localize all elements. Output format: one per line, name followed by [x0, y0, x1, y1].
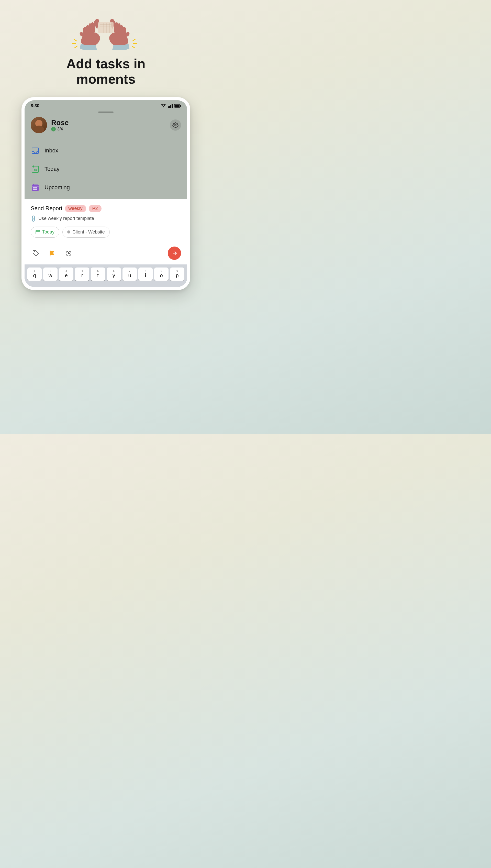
- upcoming-icon: [31, 183, 40, 192]
- project-btn-label: Client - Website: [73, 229, 105, 235]
- alarm-icon: [65, 250, 72, 257]
- profile-tasks-count: 3/4: [57, 127, 63, 132]
- settings-button[interactable]: [170, 119, 181, 131]
- keyboard-row-1: 1 q 2 w 3 e 4 r: [27, 267, 185, 281]
- phone-mockup: 8:30: [22, 97, 190, 290]
- status-time: 8:30: [31, 103, 39, 109]
- flag-button[interactable]: [47, 248, 57, 258]
- key-u[interactable]: 7 u: [122, 267, 137, 281]
- link-icon: 🔗: [29, 214, 37, 223]
- tag-weekly[interactable]: weekly: [65, 205, 86, 212]
- status-icons: [161, 104, 181, 108]
- task-input-section: Send Report weekly P2 🔗 Use weekly repor…: [25, 199, 187, 264]
- key-i[interactable]: 8 i: [138, 267, 153, 281]
- svg-rect-34: [35, 187, 37, 189]
- profile-name: Rose: [51, 119, 68, 127]
- toolbar-icons: [31, 248, 74, 258]
- menu-item-inbox[interactable]: Inbox: [25, 141, 187, 160]
- today-icon: 16: [31, 165, 40, 174]
- template-suggestion[interactable]: 🔗 Use weekly report template: [31, 216, 181, 222]
- signal-icon: [168, 104, 173, 108]
- task-text-row: Send Report weekly P2: [31, 205, 181, 212]
- keyboard-section: 1 q 2 w 3 e 4 r: [25, 264, 187, 287]
- svg-rect-16: [168, 106, 169, 108]
- profile-info: Rose ✓ 3/4: [51, 119, 68, 132]
- task-text: Send Report: [31, 205, 62, 212]
- key-y[interactable]: 6 y: [107, 267, 121, 281]
- svg-rect-33: [33, 187, 35, 189]
- svg-line-5: [133, 39, 135, 41]
- svg-text:16: 16: [34, 169, 37, 172]
- key-q[interactable]: 1 q: [27, 267, 42, 281]
- send-button[interactable]: [168, 247, 181, 260]
- menu-label-inbox: Inbox: [45, 147, 58, 154]
- project-button[interactable]: Client - Website: [62, 227, 110, 238]
- hands-illustration: [65, 10, 147, 51]
- dot-icon: [67, 230, 70, 233]
- svg-marker-15: [163, 106, 164, 108]
- hero-section: Add tasks in moments 8:30: [0, 0, 212, 300]
- svg-line-1: [74, 39, 77, 41]
- tag-icon: [32, 250, 39, 257]
- profile-left: Rose ✓ 3/4: [31, 117, 68, 133]
- key-r[interactable]: 4 r: [75, 267, 89, 281]
- wifi-icon: [161, 104, 166, 108]
- key-t[interactable]: 5 t: [91, 267, 105, 281]
- svg-rect-18: [170, 105, 171, 108]
- menu-label-today: Today: [45, 166, 60, 172]
- svg-rect-36: [35, 189, 37, 190]
- key-e[interactable]: 3 e: [59, 267, 74, 281]
- svg-rect-21: [180, 105, 181, 107]
- menu-item-today[interactable]: 16 Today: [25, 160, 187, 178]
- svg-rect-17: [169, 106, 170, 108]
- key-w[interactable]: 2 w: [43, 267, 58, 281]
- svg-line-7: [132, 46, 135, 48]
- toolbar-row: [31, 243, 181, 264]
- avatar: [31, 117, 47, 133]
- profile-tasks: ✓ 3/4: [51, 127, 68, 132]
- send-icon: [171, 250, 177, 256]
- drag-handle: [25, 111, 187, 115]
- template-text: Use weekly report template: [38, 216, 94, 221]
- profile-section: Rose ✓ 3/4: [25, 115, 187, 139]
- tag-p2[interactable]: P2: [89, 205, 102, 212]
- action-buttons-row: Today Client - Website: [31, 227, 181, 238]
- svg-rect-23: [32, 148, 39, 153]
- calendar-icon: [35, 230, 40, 234]
- check-circle-icon: ✓: [51, 127, 56, 132]
- svg-rect-8: [98, 22, 114, 33]
- battery-icon: [174, 104, 181, 108]
- key-o[interactable]: 9 o: [154, 267, 169, 281]
- svg-rect-35: [33, 189, 35, 190]
- svg-line-3: [75, 46, 77, 48]
- svg-rect-22: [175, 105, 179, 107]
- date-button[interactable]: Today: [31, 227, 59, 238]
- inbox-icon: [31, 146, 40, 155]
- menu-label-upcoming: Upcoming: [45, 184, 70, 191]
- gear-icon: [172, 122, 178, 128]
- menu-section: Inbox 16 Today: [25, 139, 187, 199]
- key-p[interactable]: 0 p: [170, 267, 184, 281]
- svg-point-41: [34, 251, 35, 252]
- status-bar: 8:30: [25, 100, 187, 111]
- menu-item-upcoming[interactable]: Upcoming: [25, 178, 187, 197]
- alarm-button[interactable]: [63, 248, 74, 258]
- date-btn-label: Today: [42, 229, 55, 235]
- svg-rect-37: [36, 230, 40, 234]
- flag-icon: [49, 250, 56, 257]
- tag-button[interactable]: [31, 248, 41, 258]
- hero-title: Add tasks in moments: [66, 56, 145, 87]
- svg-rect-19: [172, 104, 173, 108]
